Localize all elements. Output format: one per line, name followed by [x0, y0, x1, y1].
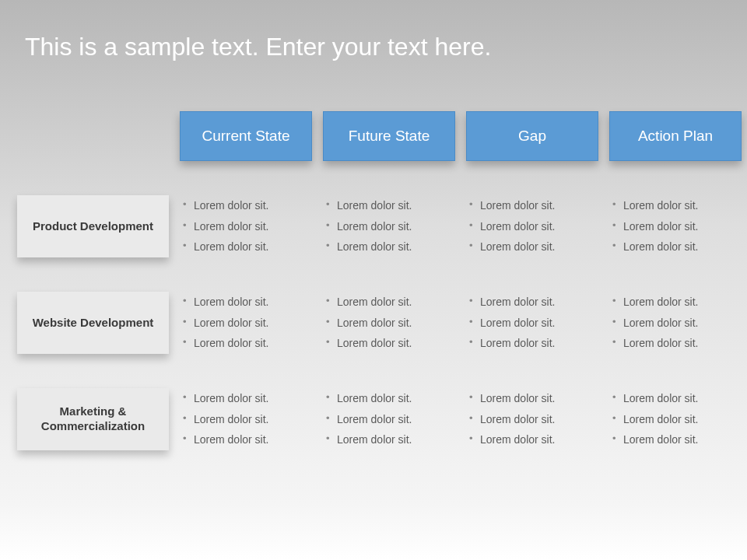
cell: Lorem dolor sit. Lorem dolor sit. Lorem … — [323, 388, 455, 450]
bullet: Lorem dolor sit. — [326, 429, 455, 450]
cell: Lorem dolor sit. Lorem dolor sit. Lorem … — [609, 388, 742, 450]
cell: Lorem dolor sit. Lorem dolor sit. Lorem … — [466, 195, 598, 257]
bullet: Lorem dolor sit. — [612, 429, 742, 450]
bullet: Lorem dolor sit. — [326, 333, 455, 354]
matrix-grid: Current State Future State Gap Action Pl… — [17, 111, 722, 450]
bullet: Lorem dolor sit. — [469, 429, 598, 450]
bullet: Lorem dolor sit. — [612, 333, 742, 354]
bullet: Lorem dolor sit. — [612, 388, 742, 409]
bullet: Lorem dolor sit. — [183, 388, 312, 409]
bullet: Lorem dolor sit. — [612, 216, 742, 237]
bullet: Lorem dolor sit. — [326, 313, 455, 334]
bullet: Lorem dolor sit. — [183, 195, 312, 216]
cell: Lorem dolor sit. Lorem dolor sit. Lorem … — [609, 292, 742, 354]
cell: Lorem dolor sit. Lorem dolor sit. Lorem … — [466, 292, 598, 354]
bullet: Lorem dolor sit. — [326, 195, 455, 216]
column-header-current-state: Current State — [180, 111, 312, 161]
bullet: Lorem dolor sit. — [183, 429, 312, 450]
cell: Lorem dolor sit. Lorem dolor sit. Lorem … — [180, 388, 312, 450]
bullet: Lorem dolor sit. — [469, 333, 598, 354]
bullet: Lorem dolor sit. — [183, 292, 312, 313]
cell: Lorem dolor sit. Lorem dolor sit. Lorem … — [609, 195, 742, 257]
bullet: Lorem dolor sit. — [612, 236, 742, 257]
bullet: Lorem dolor sit. — [469, 388, 598, 409]
bullet: Lorem dolor sit. — [469, 409, 598, 430]
cell: Lorem dolor sit. Lorem dolor sit. Lorem … — [466, 388, 598, 450]
bullet: Lorem dolor sit. — [326, 409, 455, 430]
cell: Lorem dolor sit. Lorem dolor sit. Lorem … — [180, 292, 312, 354]
bullet: Lorem dolor sit. — [326, 388, 455, 409]
row-header-website-development: Website Development — [17, 292, 169, 354]
bullet: Lorem dolor sit. — [612, 292, 742, 313]
bullet: Lorem dolor sit. — [469, 216, 598, 237]
cell: Lorem dolor sit. Lorem dolor sit. Lorem … — [323, 195, 455, 257]
bullet: Lorem dolor sit. — [326, 216, 455, 237]
column-header-gap: Gap — [466, 111, 598, 161]
bullet: Lorem dolor sit. — [183, 409, 312, 430]
bullet: Lorem dolor sit. — [326, 292, 455, 313]
bullet: Lorem dolor sit. — [469, 313, 598, 334]
column-header-future-state: Future State — [323, 111, 455, 161]
slide-canvas: This is a sample text. Enter your text h… — [0, 0, 747, 560]
bullet: Lorem dolor sit. — [612, 195, 742, 216]
bullet: Lorem dolor sit. — [469, 236, 598, 257]
column-header-action-plan: Action Plan — [609, 111, 742, 161]
bullet: Lorem dolor sit. — [469, 195, 598, 216]
cell: Lorem dolor sit. Lorem dolor sit. Lorem … — [180, 195, 312, 257]
slide-title[interactable]: This is a sample text. Enter your text h… — [25, 33, 722, 61]
bullet: Lorem dolor sit. — [612, 409, 742, 430]
row-header-marketing-commercialization: Marketing & Commercialization — [17, 388, 169, 450]
bullet: Lorem dolor sit. — [469, 292, 598, 313]
bullet: Lorem dolor sit. — [183, 313, 312, 334]
bullet: Lorem dolor sit. — [326, 236, 455, 257]
row-header-product-development: Product Development — [17, 195, 169, 257]
bullet: Lorem dolor sit. — [612, 313, 742, 334]
bullet: Lorem dolor sit. — [183, 216, 312, 237]
bullet: Lorem dolor sit. — [183, 236, 312, 257]
bullet: Lorem dolor sit. — [183, 333, 312, 354]
cell: Lorem dolor sit. Lorem dolor sit. Lorem … — [323, 292, 455, 354]
